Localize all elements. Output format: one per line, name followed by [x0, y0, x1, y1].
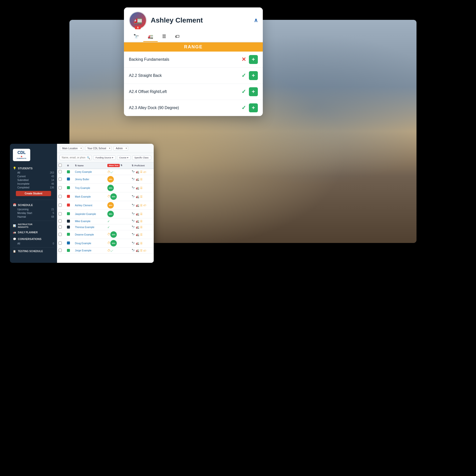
tab-truck[interactable]: 🚛 — [143, 32, 158, 42]
school-select[interactable]: Your CDL School — [85, 146, 112, 151]
student-name-link[interactable]: Theresa Example — [75, 226, 94, 229]
row-checkbox[interactable] — [59, 219, 62, 223]
list-icon[interactable]: ☰ — [140, 186, 143, 190]
table-row: Deanne Example⏱92%🔭🚛☰ — [57, 230, 154, 239]
binoculars-icon[interactable]: 🔭 — [132, 226, 135, 229]
binoculars-icon[interactable]: 🔭 — [132, 178, 135, 181]
list-icon[interactable]: ☰ — [140, 170, 143, 174]
list-icon[interactable]: ☰ — [140, 195, 143, 198]
table-row: Jaspinder Example86%🔭🚛☰ — [57, 210, 154, 218]
row-checkbox[interactable] — [59, 212, 62, 215]
student-name-link[interactable]: Mike Example — [75, 220, 90, 223]
binoculars-icon[interactable]: 🔭 — [132, 233, 135, 236]
truck-icon[interactable]: 🚛 — [136, 249, 139, 252]
location-select[interactable]: Main Location — [60, 146, 83, 151]
sidebar-item-monday-start[interactable]: Monday Start 5 — [13, 211, 54, 215]
list-icon[interactable]: ☰ — [140, 233, 143, 236]
range-item-add-3[interactable]: + — [249, 87, 258, 96]
binoculars-icon[interactable]: 🔭 — [132, 204, 135, 207]
student-name-link[interactable]: Jimmy Butler — [75, 178, 89, 181]
mass-text-sort[interactable]: ⇅ — [120, 164, 122, 167]
tab-list[interactable]: ☰ — [158, 32, 171, 42]
row-color-cell — [65, 169, 73, 175]
create-student-button[interactable]: Create Student — [16, 191, 51, 196]
row-checkbox[interactable] — [59, 170, 62, 173]
list-icon[interactable]: ☰ — [140, 212, 143, 216]
row-status-cell: ⏱✓ — [106, 169, 130, 175]
sidebar-item-completed[interactable]: Completed 136 — [13, 186, 54, 189]
course-filter[interactable]: Course ▾ — [117, 155, 131, 160]
truck-icon[interactable]: 🚛 — [136, 233, 139, 236]
row-checkbox[interactable] — [59, 241, 62, 245]
truck-icon[interactable]: 🚛 — [136, 178, 139, 181]
sidebar-item-testing-schedule[interactable]: 📋 TESTING SCHEDULE — [10, 249, 57, 254]
specific-class-filter[interactable]: Specific Class: — [132, 155, 151, 160]
student-name-link[interactable]: Jorge Example — [75, 249, 91, 252]
binoculars-icon[interactable]: 🔭 — [132, 212, 135, 216]
sidebar-item-upcoming[interactable]: Upcoming 21 — [13, 208, 54, 211]
truck-icon[interactable]: 🚛 — [136, 170, 139, 174]
list-icon[interactable]: ☰ — [140, 220, 143, 223]
binoculars-icon[interactable]: 🔭 — [132, 249, 135, 252]
mass-text-button[interactable]: Mass Text — [107, 164, 120, 167]
color-dot — [67, 178, 70, 180]
binoculars-icon[interactable]: 🔭 — [132, 195, 135, 198]
list-icon[interactable]: ☰ — [140, 204, 143, 207]
th-settings[interactable]: ⚙ — [65, 162, 73, 169]
th-name[interactable]: ⇅ Name — [73, 162, 106, 169]
dashboard-panel: CDL ★ POWERSUITE 💡 STUDENTS All 263 Curr… — [10, 144, 154, 263]
list-icon[interactable]: ☰ — [140, 226, 143, 229]
binoculars-icon[interactable]: 🔭 — [132, 186, 135, 190]
sidebar-item-hazmat[interactable]: Hazmat 68 — [13, 215, 54, 219]
sidebar-item-daily-planner[interactable]: 🚛 DAILY PLANNER — [10, 230, 57, 235]
list-icon[interactable]: ☰ — [140, 249, 143, 252]
tag-icon[interactable]: 🏷 — [143, 204, 146, 207]
student-name-link[interactable]: Troy Example — [75, 187, 90, 189]
list-icon[interactable]: ☰ — [140, 242, 143, 245]
funding-source-filter[interactable]: Funding Source ▾ — [93, 155, 116, 160]
divider-1 — [13, 200, 54, 200]
th-proficient[interactable]: ⇅ Proficient — [130, 162, 154, 169]
truck-icon[interactable]: 🚛 — [136, 195, 139, 198]
truck-icon[interactable]: 🚛 — [136, 186, 139, 190]
student-name-link[interactable]: Jaspinder Example — [75, 213, 96, 215]
truck-icon[interactable]: 🚛 — [136, 242, 139, 245]
student-name-link[interactable]: Corey Example — [75, 171, 92, 173]
truck-icon[interactable]: 🚛 — [136, 226, 139, 229]
range-item-add-2[interactable]: + — [249, 71, 258, 80]
sidebar-item-all[interactable]: All 263 — [13, 171, 54, 175]
row-checkbox[interactable] — [59, 195, 62, 198]
tag-icon[interactable]: 🏷 — [143, 171, 146, 174]
row-checkbox[interactable] — [59, 225, 62, 229]
sidebar-item-current[interactable]: Current 43 — [13, 175, 54, 178]
sidebar-item-instructor-insights[interactable]: 📊 INSTRUCTORINSIGHTS — [10, 222, 57, 230]
range-item-add-4[interactable]: + — [249, 103, 258, 112]
binoculars-icon[interactable]: 🔭 — [132, 242, 135, 245]
tag-icon[interactable]: 🏷 — [143, 249, 146, 252]
list-icon[interactable]: ☰ — [140, 178, 143, 181]
card-close-button[interactable]: ∧ — [254, 17, 258, 24]
student-name-link[interactable]: Ashley Clement — [75, 204, 92, 207]
row-checkbox[interactable] — [59, 186, 62, 189]
truck-icon[interactable]: 🚛 — [136, 212, 139, 216]
binoculars-icon[interactable]: 🔭 — [132, 220, 135, 223]
sidebar-item-submitted[interactable]: Submitted 14 — [13, 178, 54, 182]
student-name-link[interactable]: Deanne Example — [75, 233, 94, 236]
student-name-link[interactable]: Mark Example — [75, 195, 91, 198]
row-checkbox[interactable] — [59, 204, 62, 207]
row-checkbox[interactable] — [59, 249, 62, 252]
truck-icon[interactable]: 🚛 — [136, 204, 139, 207]
sidebar-item-conversations-all[interactable]: All 0 — [13, 242, 54, 245]
select-all-checkbox[interactable] — [59, 164, 62, 167]
range-item-add-1[interactable]: + — [249, 55, 258, 64]
tab-binoculars[interactable]: 🔭 — [129, 32, 143, 42]
row-checkbox[interactable] — [59, 233, 62, 236]
row-checkbox-cell — [57, 175, 65, 184]
binoculars-icon[interactable]: 🔭 — [132, 170, 135, 174]
row-checkbox[interactable] — [59, 178, 62, 181]
student-name-link[interactable]: Doug Example — [75, 242, 91, 245]
truck-icon[interactable]: 🚛 — [136, 220, 139, 223]
sidebar-item-incomplete[interactable]: Incomplete 46 — [13, 182, 54, 186]
tab-tag[interactable]: 🏷 — [171, 32, 184, 42]
admin-select[interactable]: Admin — [114, 146, 128, 151]
